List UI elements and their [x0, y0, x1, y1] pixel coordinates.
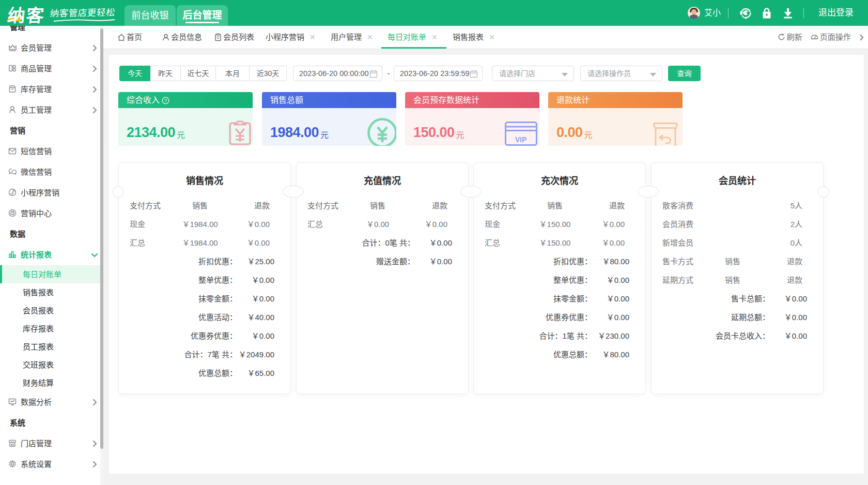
- svg-text:VIP: VIP: [515, 135, 527, 144]
- svg-text:?: ?: [164, 98, 167, 103]
